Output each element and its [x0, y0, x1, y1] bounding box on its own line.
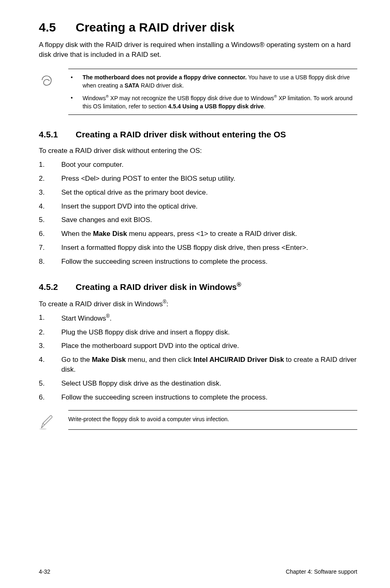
- page-heading: 4.5Creating a RAID driver disk: [39, 20, 357, 34]
- list-item: 2.Press <Del> during POST to enter the B…: [39, 174, 357, 184]
- section1-lead: To create a RAID driver disk without ent…: [39, 146, 357, 156]
- list-item: 5.Save changes and exit BIOS.: [39, 215, 357, 225]
- page-number: 4-32: [39, 568, 50, 575]
- list-item: 6.When the Make Disk menu appears, press…: [39, 229, 357, 239]
- pencil-icon: [39, 410, 57, 432]
- list-item: 4.Go to the Make Disk menu, and then cli…: [39, 355, 357, 375]
- heading-number: 4.5: [39, 20, 76, 34]
- list-item: 1.Boot your computer.: [39, 160, 357, 170]
- section-heading-452: 4.5.2Creating a RAID driver disk in Wind…: [39, 281, 357, 292]
- list-item: 6.Follow the succeeding screen instructi…: [39, 393, 357, 402]
- section-title: Creating a RAID driver disk in Windows®: [76, 282, 241, 292]
- list-item: 7.Insert a formatted floppy disk into th…: [39, 243, 357, 253]
- list-item: 8.Follow the succeeding screen instructi…: [39, 257, 357, 267]
- intro-paragraph: A floppy disk with the RAID driver is re…: [39, 40, 357, 60]
- heading-title: Creating a RAID driver disk: [76, 20, 234, 34]
- note-text: Write-protect the floppy disk to avoid a…: [68, 415, 357, 424]
- note-block-top: • The motherboard does not provide a flo…: [39, 69, 357, 115]
- section-heading-451: 4.5.1Creating a RAID driver disk without…: [39, 130, 357, 139]
- list-item: 4.Insert the support DVD into the optica…: [39, 202, 357, 211]
- note-bullet-2: • Windows® XP may not recognize the USB …: [68, 94, 357, 110]
- section2-steps: 1.Start Windows®. 2.Plug the USB floppy …: [39, 313, 357, 402]
- section-number: 4.5.2: [39, 282, 76, 292]
- note-block-bottom: Write-protect the floppy disk to avoid a…: [39, 410, 357, 432]
- section2-lead: To create a RAID driver disk in Windows®…: [39, 298, 357, 309]
- page-footer: 4-32 Chapter 4: Software support: [39, 568, 357, 575]
- list-item: 5.Select USB floppy disk drive as the de…: [39, 379, 357, 388]
- note-body: • The motherboard does not provide a flo…: [68, 69, 357, 115]
- section-number: 4.5.1: [39, 130, 76, 139]
- list-item: 3.Place the motherboard support DVD into…: [39, 341, 357, 351]
- note-body: Write-protect the floppy disk to avoid a…: [68, 410, 357, 430]
- list-item: 1.Start Windows®.: [39, 313, 357, 323]
- svg-point-0: [39, 428, 47, 430]
- section1-steps: 1.Boot your computer. 2.Press <Del> duri…: [39, 160, 357, 266]
- chapter-label: Chapter 4: Software support: [286, 568, 357, 575]
- section-title: Creating a RAID driver disk without ente…: [76, 130, 286, 139]
- list-item: 3.Set the optical drive as the primary b…: [39, 188, 357, 197]
- note-bullet-1: • The motherboard does not provide a flo…: [68, 73, 357, 90]
- list-item: 2.Plug the USB floppy disk drive and ins…: [39, 328, 357, 337]
- paperclip-icon: [39, 69, 57, 91]
